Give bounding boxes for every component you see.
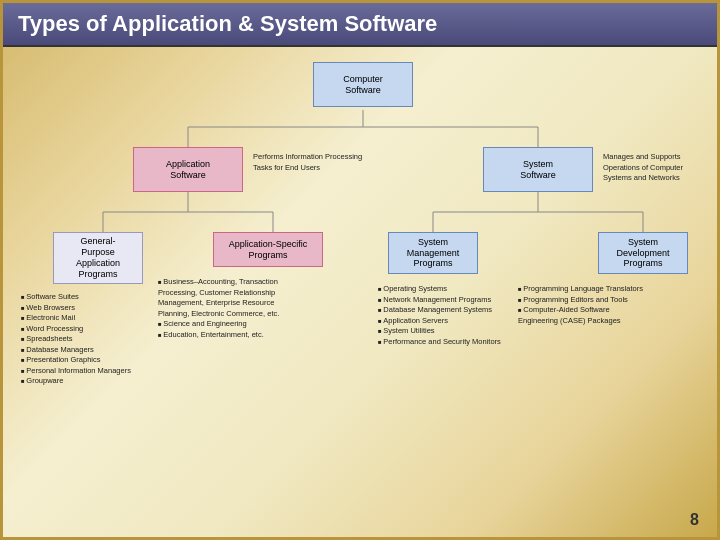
- application-software-label: Application Software: [166, 159, 210, 181]
- general-purpose-label: General- Purpose Application Programs: [76, 236, 120, 279]
- application-specific-label: Application-Specific Programs: [229, 239, 308, 261]
- system-software-box: System Software: [483, 147, 593, 192]
- system-management-list: Operating Systems Network Management Pro…: [378, 284, 508, 347]
- general-purpose-list: Software Suites Web Browsers Electronic …: [21, 292, 151, 387]
- slide-title: Types of Application & System Software: [3, 3, 717, 47]
- application-specific-list: Business–Accounting, Transaction Process…: [158, 277, 288, 340]
- system-management-label: System Management Programs: [407, 237, 460, 269]
- general-purpose-items: Software Suites Web Browsers Electronic …: [21, 292, 151, 387]
- list-item: Groupware: [21, 376, 151, 387]
- slide-content: Computer Software Application Software S…: [3, 47, 717, 517]
- diagram: Computer Software Application Software S…: [13, 52, 713, 512]
- list-item: Spreadsheets: [21, 334, 151, 345]
- list-item: Science and Engineering: [158, 319, 288, 330]
- list-item: Software Suites: [21, 292, 151, 303]
- slide: Types of Application & System Software: [0, 0, 720, 540]
- list-item: Business–Accounting, Transaction Process…: [158, 277, 288, 319]
- list-item: Application Servers: [378, 316, 508, 327]
- computer-software-label: Computer Software: [343, 74, 383, 96]
- list-item: Electronic Mail: [21, 313, 151, 324]
- list-item: Word Processing: [21, 324, 151, 335]
- list-item: Programming Editors and Tools: [518, 295, 648, 306]
- list-item: Network Management Programs: [378, 295, 508, 306]
- list-item: Performance and Security Monitors: [378, 337, 508, 348]
- list-item: Database Management Systems: [378, 305, 508, 316]
- list-item: Computer-Aided Software Engineering (CAS…: [518, 305, 648, 326]
- computer-software-box: Computer Software: [313, 62, 413, 107]
- list-item: Personal Information Managers: [21, 366, 151, 377]
- system-development-label: System Development Programs: [616, 237, 669, 269]
- system-management-items: Operating Systems Network Management Pro…: [378, 284, 508, 347]
- list-item: Operating Systems: [378, 284, 508, 295]
- system-development-items: Programming Language Translators Program…: [518, 284, 648, 326]
- list-item: Education, Entertainment, etc.: [158, 330, 288, 341]
- general-purpose-box: General- Purpose Application Programs: [53, 232, 143, 284]
- application-specific-box: Application-Specific Programs: [213, 232, 323, 267]
- list-item: Programming Language Translators: [518, 284, 648, 295]
- page-number: 8: [690, 511, 699, 529]
- list-item: System Utilities: [378, 326, 508, 337]
- application-specific-items: Business–Accounting, Transaction Process…: [158, 277, 288, 340]
- system-management-box: System Management Programs: [388, 232, 478, 274]
- list-item: Database Managers: [21, 345, 151, 356]
- system-development-box: System Development Programs: [598, 232, 688, 274]
- list-item: Web Browsers: [21, 303, 151, 314]
- application-software-box: Application Software: [133, 147, 243, 192]
- system-software-desc: Manages and Supports Operations of Compu…: [603, 152, 713, 184]
- application-software-desc: Performs Information Processing Tasks fo…: [253, 152, 373, 173]
- system-software-label: System Software: [520, 159, 556, 181]
- list-item: Presentation Graphics: [21, 355, 151, 366]
- system-development-list: Programming Language Translators Program…: [518, 284, 648, 326]
